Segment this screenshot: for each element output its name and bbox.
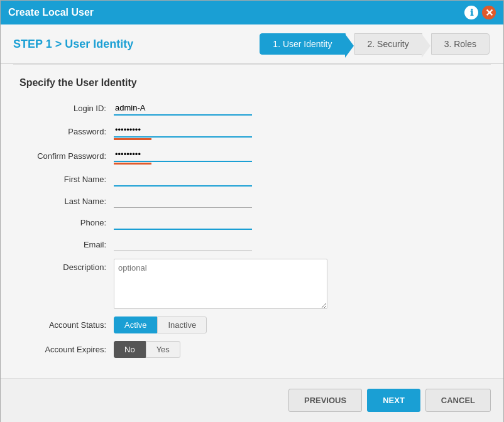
last-name-row: Last Name: xyxy=(19,194,485,208)
content-area: Specify the User Identity Login ID: Pass… xyxy=(1,65,503,378)
next-button[interactable]: NEXT xyxy=(367,389,420,412)
expires-no-button[interactable]: No xyxy=(114,341,146,358)
login-id-row: Login ID: xyxy=(19,101,485,116)
close-icon[interactable]: ✕ xyxy=(482,6,496,19)
step-title: STEP 1 > User Identity xyxy=(13,38,133,51)
tab-security[interactable]: 2. Security xyxy=(354,33,422,55)
info-icon[interactable]: ℹ xyxy=(464,6,478,19)
step-header: STEP 1 > User Identity 1. User Identity … xyxy=(1,24,503,64)
phone-input[interactable] xyxy=(114,215,252,230)
account-expires-toggle: No Yes xyxy=(114,341,180,358)
password-row: Password: xyxy=(19,123,485,140)
title-bar: Create Local User ℹ ✕ xyxy=(1,1,503,24)
phone-label: Phone: xyxy=(19,218,114,227)
status-active-button[interactable]: Active xyxy=(114,316,157,333)
confirm-password-label: Confirm Password: xyxy=(19,151,114,161)
phone-row: Phone: xyxy=(19,215,485,230)
first-name-label: First Name: xyxy=(19,175,114,184)
description-input[interactable] xyxy=(114,259,327,309)
account-expires-label: Account Expires: xyxy=(19,345,114,354)
email-input[interactable] xyxy=(114,237,252,251)
tab-roles-wrapper: 3. Roles xyxy=(424,33,490,55)
tab-user-identity-wrapper: 1. User Identity xyxy=(260,33,345,55)
first-name-row: First Name: xyxy=(19,172,485,187)
email-row: Email: xyxy=(19,237,485,251)
account-expires-row: Account Expires: No Yes xyxy=(19,341,485,358)
tab-arrow-user-identity xyxy=(345,34,354,58)
login-id-label: Login ID: xyxy=(19,104,114,113)
description-row: Description: xyxy=(19,259,485,309)
create-local-user-dialog: Create Local User ℹ ✕ STEP 1 > User Iden… xyxy=(0,0,504,422)
first-name-input[interactable] xyxy=(114,172,252,187)
step-tabs: 1. User Identity 2. Security 3. Roles xyxy=(260,33,491,55)
description-label: Description: xyxy=(19,259,114,272)
status-inactive-button[interactable]: Inactive xyxy=(157,316,207,333)
account-status-toggle: Active Inactive xyxy=(114,316,207,333)
dialog-footer: PREVIOUS NEXT CANCEL xyxy=(1,378,503,422)
tab-roles[interactable]: 3. Roles xyxy=(431,33,490,55)
password-label: Password: xyxy=(19,127,114,136)
account-status-label: Account Status: xyxy=(19,320,114,330)
last-name-label: Last Name: xyxy=(19,197,114,206)
dialog-title: Create Local User xyxy=(8,7,94,18)
tab-arrow-security xyxy=(422,34,430,58)
tab-user-identity[interactable]: 1. User Identity xyxy=(260,33,345,55)
last-name-input[interactable] xyxy=(114,194,252,208)
title-bar-icons: ℹ ✕ xyxy=(464,6,496,19)
confirm-password-input[interactable] xyxy=(114,148,252,162)
confirm-password-row: Confirm Password: xyxy=(19,148,485,165)
cancel-button[interactable]: CANCEL xyxy=(425,389,491,412)
previous-button[interactable]: PREVIOUS xyxy=(288,389,362,412)
email-label: Email: xyxy=(19,240,114,249)
account-status-row: Account Status: Active Inactive xyxy=(19,316,485,333)
expires-yes-button[interactable]: Yes xyxy=(146,341,180,358)
password-input[interactable] xyxy=(114,123,252,138)
login-id-input[interactable] xyxy=(114,101,252,116)
section-title: Specify the User Identity xyxy=(19,77,485,89)
tab-security-wrapper: 2. Security xyxy=(347,33,422,55)
